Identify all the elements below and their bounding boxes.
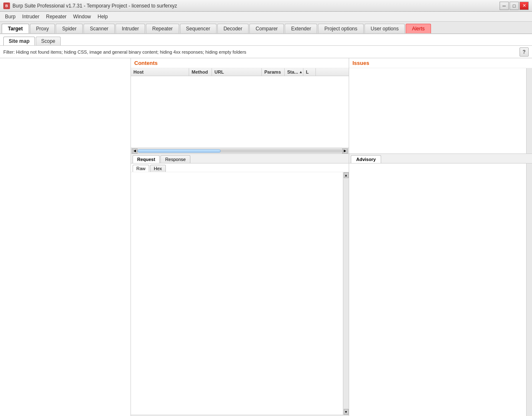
tab-proxy[interactable]: Proxy (30, 24, 55, 33)
col-header-method[interactable]: Method (189, 68, 212, 76)
col-header-status[interactable]: Sta... ▲ (285, 68, 303, 76)
request-scrollbar[interactable]: ▲ ▼ (343, 172, 349, 415)
horizontal-scrollbar[interactable]: ◀ ▶ (131, 148, 349, 154)
tab-hex[interactable]: Hex (150, 165, 166, 172)
tab-intruder[interactable]: Intruder (116, 24, 145, 33)
menu-help[interactable]: Help (94, 12, 111, 21)
tab-sequencer[interactable]: Sequencer (180, 24, 217, 33)
window-controls: ─ □ ✕ (500, 2, 529, 10)
col-header-params[interactable]: Params (262, 68, 285, 76)
tab-spider[interactable]: Spider (56, 24, 83, 33)
table-header: Host Method URL Params Sta... ▲ L (131, 68, 349, 76)
filter-bar: Filter: Hiding not found items; hiding C… (0, 46, 532, 58)
tab-request[interactable]: Request (133, 155, 160, 163)
col-header-host[interactable]: Host (131, 68, 189, 76)
tab-project-options[interactable]: Project options (318, 24, 363, 33)
advisory-scrollbar[interactable] (526, 163, 532, 416)
request-panel: Request Response Raw Hex ▲ ▼ ? < (131, 154, 349, 416)
app-icon: B (3, 2, 10, 9)
tab-repeater[interactable]: Repeater (146, 24, 179, 33)
raw-hex-bar: Raw Hex (131, 163, 349, 172)
maximize-button[interactable]: □ (510, 2, 519, 10)
sub-tab-sitemap[interactable]: Site map (3, 37, 35, 45)
tab-comparer[interactable]: Comparer (249, 24, 284, 33)
advisory-panel: Advisory (349, 154, 532, 416)
scroll-track[interactable] (138, 149, 342, 153)
tab-scanner[interactable]: Scanner (84, 24, 115, 33)
col-header-url[interactable]: URL (212, 68, 262, 76)
scroll-down-button[interactable]: ▼ (344, 409, 349, 415)
bottom-split: Request Response Raw Hex ▲ ▼ ? < (131, 154, 532, 416)
tab-raw[interactable]: Raw (133, 165, 149, 172)
advisory-tab-bar: Advisory (349, 154, 532, 163)
left-tree-panel (0, 58, 131, 416)
col-header-l[interactable]: L (303, 68, 316, 76)
sub-tab-bar: Site map Scope (0, 34, 532, 46)
title-bar-text: Burp Suite Professional v1.7.31 - Tempor… (12, 3, 177, 9)
req-tab-bar: Request Response (131, 154, 349, 163)
tab-extender[interactable]: Extender (285, 24, 317, 33)
request-body: ▲ ▼ (131, 172, 349, 415)
menu-bar: Burp Intruder Repeater Window Help (0, 12, 532, 22)
advisory-body (349, 163, 532, 416)
tab-user-options[interactable]: User options (365, 24, 405, 33)
tab-response[interactable]: Response (160, 155, 190, 163)
tab-advisory[interactable]: Advisory (351, 155, 381, 163)
filter-text: Filter: Hiding not found items; hiding C… (3, 50, 516, 54)
top-split: Contents Host Method URL Params Sta... ▲… (131, 58, 532, 154)
tab-decoder[interactable]: Decoder (217, 24, 249, 33)
content-area: Contents Host Method URL Params Sta... ▲… (0, 58, 532, 416)
right-area: Contents Host Method URL Params Sta... ▲… (131, 58, 532, 416)
sub-tab-scope[interactable]: Scope (36, 37, 61, 45)
issues-scrollbar[interactable] (526, 68, 532, 154)
menu-intruder[interactable]: Intruder (19, 12, 42, 21)
filter-help-button[interactable]: ? (520, 47, 529, 57)
title-bar: B Burp Suite Professional v1.7.31 - Temp… (0, 0, 532, 12)
scroll-right-button[interactable]: ▶ (342, 149, 348, 154)
close-button[interactable]: ✕ (520, 2, 529, 10)
scroll-left-button[interactable]: ◀ (132, 149, 138, 154)
minimize-button[interactable]: ─ (500, 2, 509, 10)
sort-arrow-icon: ▲ (299, 70, 303, 74)
tab-alerts[interactable]: Alerts (406, 24, 431, 33)
issues-panel: Issues (349, 58, 532, 154)
menu-burp[interactable]: Burp (2, 12, 19, 21)
contents-panel: Contents Host Method URL Params Sta... ▲… (131, 58, 349, 154)
main-tab-bar: Target Proxy Spider Scanner Intruder Rep… (0, 22, 532, 34)
menu-window[interactable]: Window (70, 12, 94, 21)
tab-target[interactable]: Target (2, 24, 29, 33)
issues-header: Issues (349, 58, 532, 68)
menu-repeater[interactable]: Repeater (43, 12, 70, 21)
table-body (131, 76, 349, 148)
contents-header: Contents (131, 58, 349, 68)
scroll-up-button[interactable]: ▲ (344, 172, 349, 178)
